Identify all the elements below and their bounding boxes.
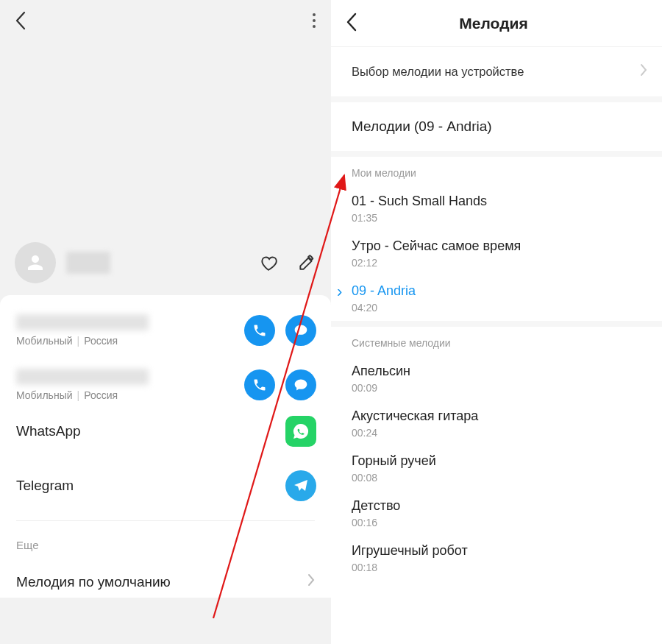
ringtone-row[interactable]: 09 - Andria04:20 <box>331 276 662 321</box>
ringtone-duration: 00:18 <box>352 562 647 573</box>
group-label-my: Мои мелодии <box>331 157 662 186</box>
ringtone-title: Игрушечный робот <box>352 543 647 559</box>
avatar[interactable] <box>15 242 56 283</box>
message-button[interactable] <box>285 369 316 400</box>
phone-row[interactable]: Мобильный|Россия <box>0 308 331 350</box>
ringtone-row[interactable]: Акустическая гитара00:24 <box>331 401 662 446</box>
default-ringtone-row[interactable]: Мелодия по умолчанию <box>0 559 331 598</box>
app-row-whatsapp[interactable]: WhatsApp <box>0 404 331 459</box>
group-label-system: Системные мелодии <box>331 327 662 356</box>
contact-name-redacted <box>66 252 110 274</box>
device-picker-row[interactable]: Выбор мелодии на устройстве <box>331 47 662 102</box>
more-section-label: Еще <box>0 521 331 559</box>
phone-number-redacted <box>16 314 149 330</box>
ringtone-title: 01 - Such Small Hands <box>352 194 647 209</box>
contact-hero <box>0 44 331 291</box>
phone-meta: Мобильный|Россия <box>16 335 244 347</box>
ringtone-duration: 04:20 <box>352 302 647 314</box>
phone-row[interactable]: Мобильный|Россия <box>0 363 331 404</box>
ringtone-row[interactable]: Горный ручей00:08 <box>331 446 662 491</box>
ringtone-title: 09 - Andria <box>352 283 647 299</box>
ringtone-duration: 00:09 <box>352 382 647 394</box>
left-header <box>0 0 331 44</box>
app-label: WhatsApp <box>16 423 285 439</box>
default-ringtone-label: Мелодия по умолчанию <box>16 574 307 590</box>
contact-card: Мобильный|Россия Мобильный|Р <box>0 295 331 598</box>
ringtone-row[interactable]: Апельсин00:09 <box>331 356 662 401</box>
chevron-right-icon <box>640 63 647 80</box>
ringtone-row[interactable]: Утро - Сейчас самое время02:12 <box>331 231 662 276</box>
ringtone-title: Утро - Сейчас самое время <box>352 238 647 254</box>
ringtone-row[interactable]: Детство00:16 <box>331 491 662 536</box>
current-ringtone-row[interactable]: Мелодии (09 - Andria) <box>331 102 662 157</box>
ringtone-row[interactable]: Игрушечный робот00:18 <box>331 536 662 581</box>
phone-number-redacted <box>16 369 149 385</box>
right-title: Мелодия <box>357 15 630 32</box>
app-label: Telegram <box>16 478 285 494</box>
ringtone-picker-pane: Мелодия Выбор мелодии на устройстве Мело… <box>331 0 662 644</box>
call-button[interactable] <box>244 315 275 346</box>
telegram-icon[interactable] <box>285 470 316 501</box>
app-row-telegram[interactable]: Telegram <box>0 459 331 513</box>
edit-icon[interactable] <box>297 253 316 272</box>
ringtone-row[interactable]: 01 - Such Small Hands01:35 <box>331 186 662 231</box>
svg-point-1 <box>313 19 316 22</box>
ringtone-duration: 00:24 <box>352 427 647 439</box>
message-button[interactable] <box>285 315 316 346</box>
ringtone-title: Акустическая гитара <box>352 408 647 424</box>
ringtone-duration: 02:12 <box>352 257 647 269</box>
back-icon[interactable] <box>15 11 26 33</box>
ringtone-title: Апельсин <box>352 364 647 379</box>
whatsapp-icon[interactable] <box>285 416 316 447</box>
right-header: Мелодия <box>331 0 662 47</box>
call-button[interactable] <box>244 369 275 400</box>
ringtone-duration: 00:16 <box>352 517 647 528</box>
back-icon[interactable] <box>346 13 357 35</box>
ringtone-duration: 00:08 <box>352 472 647 484</box>
ringtone-title: Горный ручей <box>352 453 647 469</box>
ringtone-duration: 01:35 <box>352 212 647 224</box>
chevron-right-icon <box>307 573 315 590</box>
svg-point-2 <box>313 25 316 28</box>
ringtone-title: Детство <box>352 498 647 514</box>
favorite-icon[interactable] <box>259 253 278 272</box>
contact-detail-pane: Мобильный|Россия Мобильный|Р <box>0 0 331 644</box>
picker-label: Выбор мелодии на устройстве <box>352 65 640 79</box>
phone-meta: Мобильный|Россия <box>16 389 244 401</box>
more-icon[interactable] <box>312 13 316 32</box>
svg-point-0 <box>313 13 316 16</box>
